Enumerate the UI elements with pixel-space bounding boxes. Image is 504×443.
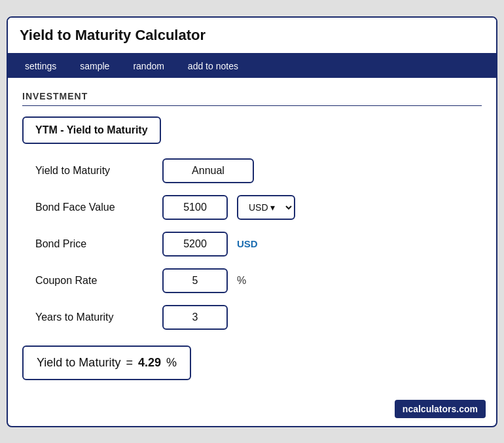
years-to-maturity-label: Years to Maturity <box>35 311 153 323</box>
bond-face-value-row: Bond Face Value USD ▾ EUR GBP <box>35 195 482 220</box>
coupon-rate-row: Coupon Rate % <box>35 268 482 293</box>
section-label: INVESTMENT <box>22 91 482 106</box>
coupon-rate-unit: % <box>237 275 246 287</box>
tab-sample[interactable]: sample <box>68 54 121 78</box>
result-label: Yield to Maturity <box>37 356 120 370</box>
coupon-rate-label: Coupon Rate <box>35 275 153 287</box>
bond-face-value-label: Bond Face Value <box>35 202 153 213</box>
calculator-container: Yield to Maturity Calculator settings sa… <box>7 16 497 427</box>
fields-area: Yield to Maturity Bond Face Value USD ▾ … <box>22 158 482 330</box>
result-value: 4.29 <box>138 356 161 370</box>
bond-price-input[interactable] <box>162 232 228 257</box>
yield-to-maturity-label: Yield to Maturity <box>35 165 153 177</box>
result-unit: % <box>166 356 177 370</box>
title-bar: Yield to Maturity Calculator <box>8 18 496 54</box>
tab-settings[interactable]: settings <box>13 54 68 78</box>
bond-price-label: Bond Price <box>35 238 153 250</box>
years-to-maturity-input[interactable] <box>162 305 228 330</box>
years-to-maturity-row: Years to Maturity <box>35 305 482 330</box>
main-content: INVESTMENT YTM - Yield to Maturity Yield… <box>8 78 496 395</box>
calc-type-selector[interactable]: YTM - Yield to Maturity <box>22 116 161 144</box>
tab-random[interactable]: random <box>121 54 175 78</box>
page-title: Yield to Maturity Calculator <box>20 27 484 44</box>
yield-to-maturity-row: Yield to Maturity <box>35 158 482 183</box>
brand-logo: ncalculators.com <box>395 400 486 418</box>
yield-to-maturity-input[interactable] <box>162 158 254 183</box>
result-row: Yield to Maturity = 4.29 % <box>22 346 191 380</box>
tab-add-to-notes[interactable]: add to notes <box>176 54 250 78</box>
coupon-rate-input[interactable] <box>162 268 228 293</box>
bond-price-row: Bond Price USD <box>35 232 482 257</box>
tab-bar: settings sample random add to notes <box>8 54 496 78</box>
bond-price-currency-label: USD <box>237 238 258 249</box>
currency-dropdown[interactable]: USD ▾ EUR GBP <box>237 195 295 220</box>
bond-face-value-input[interactable] <box>162 195 228 220</box>
footer-logo-area: ncalculators.com <box>8 395 496 426</box>
result-equals: = <box>126 356 133 370</box>
